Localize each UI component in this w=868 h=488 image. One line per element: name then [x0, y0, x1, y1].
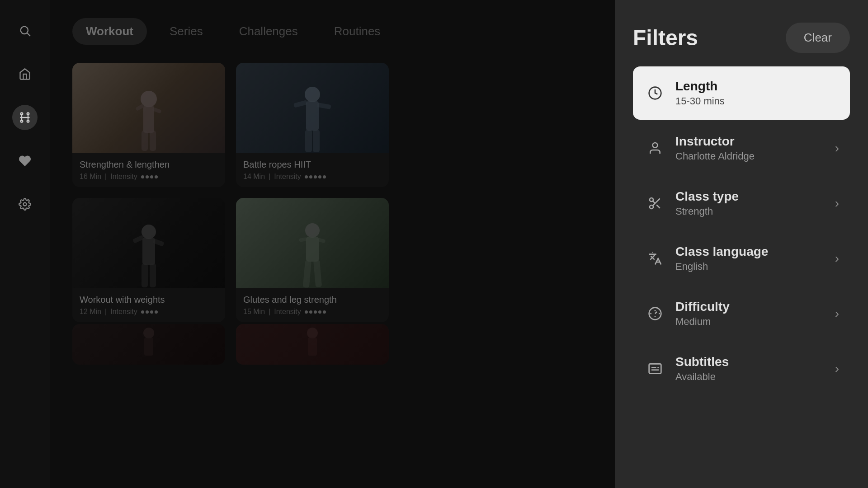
svg-point-36: [307, 328, 318, 338]
workout-card[interactable]: Glutes and leg strength 15 Min | Intensi…: [236, 198, 389, 322]
workout-title: Workout with weights: [80, 295, 218, 305]
svg-point-16: [305, 87, 320, 102]
dot: [318, 310, 321, 314]
workout-grid: Strengthen & lengthen 16 Min | Intensity: [72, 63, 389, 322]
workout-card[interactable]: Workout with weights 12 Min | Intensity: [72, 198, 225, 322]
subtitles-icon: [644, 357, 666, 380]
workout-intensity-label: Intensity: [110, 173, 137, 181]
filter-item-text: Class type Strength: [675, 189, 830, 217]
settings-icon[interactable]: [12, 192, 38, 217]
filter-item-text: Instructor Charlotte Aldridge: [675, 134, 830, 162]
chevron-right-icon: ›: [835, 251, 839, 266]
svg-rect-18: [293, 100, 308, 108]
workout-card[interactable]: Strengthen & lengthen 16 Min | Intensity: [72, 63, 225, 187]
workout-duration: 15 Min: [243, 308, 265, 316]
workout-duration: 16 Min: [80, 173, 101, 181]
svg-line-1: [27, 33, 30, 36]
filter-length-value: 15-30 mins: [675, 95, 839, 107]
filter-header: Filters Clear: [633, 23, 850, 53]
dot: [314, 175, 317, 178]
svg-point-9: [24, 203, 27, 206]
dot: [141, 310, 144, 314]
main-content: Workout Series Challenges Routines Stren…: [50, 0, 615, 488]
filter-item-class-type[interactable]: Class type Strength ›: [633, 177, 850, 230]
svg-rect-32: [303, 260, 311, 288]
intensity-dots: [305, 310, 326, 314]
search-icon[interactable]: [12, 18, 38, 43]
workout-intensity-label: Intensity: [110, 308, 137, 316]
workout-info: Glutes and leg strength 15 Min | Intensi…: [236, 288, 389, 322]
dot: [150, 175, 153, 178]
svg-rect-29: [306, 237, 319, 262]
svg-rect-14: [142, 131, 148, 151]
filter-item-class-language[interactable]: Class language English ›: [633, 232, 850, 285]
filter-instructor-label: Instructor: [675, 134, 830, 149]
workout-icon[interactable]: [12, 105, 38, 130]
gauge-icon: [644, 302, 666, 325]
clear-button[interactable]: Clear: [786, 23, 850, 53]
workout-card-partial[interactable]: [236, 324, 389, 365]
meta-separator: |: [269, 173, 270, 181]
tab-routines[interactable]: Routines: [321, 18, 394, 45]
filter-language-value: English: [675, 261, 830, 272]
dot: [314, 310, 317, 314]
tab-navigation: Workout Series Challenges Routines: [72, 18, 592, 45]
tab-series[interactable]: Series: [156, 18, 217, 45]
workout-duration: 14 Min: [243, 173, 265, 181]
filter-instructor-value: Charlotte Aldridge: [675, 150, 830, 162]
svg-rect-27: [150, 263, 156, 287]
svg-point-39: [653, 143, 658, 148]
dot: [305, 175, 308, 178]
tab-challenges[interactable]: Challenges: [226, 18, 311, 45]
workout-thumbnail: [236, 324, 389, 365]
tab-workout[interactable]: Workout: [72, 18, 147, 45]
filter-language-label: Class language: [675, 244, 830, 259]
clock-icon: [644, 82, 666, 104]
dot: [318, 175, 321, 178]
workout-thumbnail: [72, 63, 225, 153]
intensity-dots: [141, 175, 158, 178]
dot: [323, 310, 326, 314]
svg-line-44: [653, 201, 655, 203]
workout-card-partial[interactable]: [72, 324, 225, 365]
workout-title: Battle ropes HIIT: [243, 160, 382, 170]
dot: [146, 310, 149, 314]
dot: [305, 310, 308, 314]
filter-item-length[interactable]: Length 15-30 mins: [633, 66, 850, 120]
workout-thumbnail: [236, 198, 389, 288]
workout-meta: 12 Min | Intensity: [80, 308, 218, 316]
dot: [150, 310, 153, 314]
filter-item-instructor[interactable]: Instructor Charlotte Aldridge ›: [633, 122, 850, 175]
svg-rect-17: [306, 101, 319, 131]
favorites-icon[interactable]: [12, 148, 38, 174]
workout-info: Workout with weights 12 Min | Intensity: [72, 288, 225, 322]
filter-item-text: Difficulty Medium: [675, 300, 830, 328]
svg-rect-20: [305, 130, 312, 152]
svg-rect-19: [317, 103, 331, 109]
dot: [146, 175, 149, 178]
svg-point-8: [27, 120, 29, 122]
workout-intensity-label: Intensity: [274, 173, 301, 181]
filter-item-subtitles[interactable]: Subtitles Available ›: [633, 342, 850, 395]
svg-rect-37: [308, 338, 317, 356]
filter-difficulty-label: Difficulty: [675, 300, 830, 314]
workout-card[interactable]: Battle ropes HIIT 14 Min | Intensity: [236, 63, 389, 187]
workout-meta: 14 Min | Intensity: [243, 173, 382, 181]
filter-title: Filters: [633, 25, 698, 50]
svg-point-6: [21, 120, 23, 122]
workout-info: Strengthen & lengthen 16 Min | Intensity: [72, 153, 225, 187]
dot: [323, 175, 326, 178]
home-icon[interactable]: [12, 61, 38, 87]
filter-item-difficulty[interactable]: Difficulty Medium ›: [633, 287, 850, 340]
chevron-right-icon: ›: [835, 141, 839, 155]
svg-point-22: [142, 225, 156, 239]
scissors-icon: [644, 192, 666, 215]
dot: [155, 310, 158, 314]
svg-point-40: [650, 198, 653, 202]
workout-thumbnail: [236, 63, 389, 153]
dot: [309, 310, 312, 314]
meta-separator: |: [269, 308, 270, 316]
intensity-dots: [141, 310, 158, 314]
intensity-dots: [305, 175, 326, 178]
dot: [155, 175, 158, 178]
